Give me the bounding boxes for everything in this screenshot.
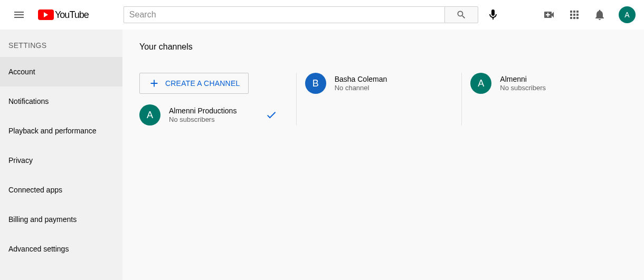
channel-row[interactable]: B Basha Coleman No channel xyxy=(305,73,453,94)
voice-search-button[interactable] xyxy=(482,4,504,25)
sidebar-item-label: Notifications xyxy=(8,97,49,105)
sidebar-item-account[interactable]: Account xyxy=(0,57,122,86)
sidebar-item-notifications[interactable]: Notifications xyxy=(0,86,122,116)
apps-grid-icon xyxy=(568,8,581,21)
header-left: YouTube xyxy=(8,4,89,25)
search-box xyxy=(124,6,478,23)
channel-name: Basha Coleman xyxy=(335,75,387,83)
channel-info: Basha Coleman No channel xyxy=(335,75,387,92)
sidebar-item-label: Connected apps xyxy=(8,186,62,194)
page-title: Your channels xyxy=(139,42,627,52)
search-button[interactable] xyxy=(444,6,478,23)
channel-subtext: No channel xyxy=(335,84,387,92)
channels-col-3: A Almenni No subscribers xyxy=(461,73,627,125)
sidebar: SETTINGS Account Notifications Playback … xyxy=(0,30,122,280)
youtube-logo-text: YouTube xyxy=(55,9,89,21)
channel-avatar: A xyxy=(470,73,491,94)
sidebar-item-connected-apps[interactable]: Connected apps xyxy=(0,175,122,205)
notifications-button[interactable] xyxy=(589,4,610,25)
channel-info: Almenni Productions No subscribers xyxy=(169,107,236,123)
channels-col-1: CREATE A CHANNEL A Almenni Productions N… xyxy=(139,73,296,125)
sidebar-item-playback[interactable]: Playback and performance xyxy=(0,116,122,146)
channel-row[interactable]: A Almenni No subscribers xyxy=(470,73,619,94)
sidebar-item-label: Privacy xyxy=(8,156,33,165)
menu-button[interactable] xyxy=(8,4,30,25)
channel-subtext: No subscribers xyxy=(169,115,236,123)
sidebar-item-label: Account xyxy=(8,67,35,76)
create-video-button[interactable] xyxy=(538,4,560,25)
youtube-logo[interactable]: YouTube xyxy=(38,9,89,21)
channel-row[interactable]: A Almenni Productions No subscribers xyxy=(139,104,288,125)
sidebar-item-billing[interactable]: Billing and payments xyxy=(0,205,122,234)
header-right: A xyxy=(538,4,636,25)
youtube-logo-icon xyxy=(38,9,54,20)
sidebar-heading: SETTINGS xyxy=(0,36,122,57)
video-plus-icon xyxy=(543,8,555,21)
channels-grid: CREATE A CHANNEL A Almenni Productions N… xyxy=(139,73,627,125)
channel-name: Almenni Productions xyxy=(169,107,236,115)
main: Your channels CREATE A CHANNEL A Almenni… xyxy=(122,30,644,280)
microphone-icon xyxy=(487,8,499,21)
sidebar-item-label: Advanced settings xyxy=(8,245,69,253)
channels-col-2: B Basha Coleman No channel xyxy=(296,73,462,125)
channel-name: Almenni xyxy=(500,75,546,83)
apps-button[interactable] xyxy=(564,4,585,25)
create-channel-label: CREATE A CHANNEL xyxy=(165,79,240,88)
header: YouTube A xyxy=(0,0,644,30)
checkmark-icon xyxy=(266,109,277,121)
sidebar-item-label: Playback and performance xyxy=(8,127,97,135)
sidebar-item-label: Billing and payments xyxy=(8,215,77,224)
content: SETTINGS Account Notifications Playback … xyxy=(0,30,644,280)
account-avatar[interactable]: A xyxy=(619,6,636,23)
channel-avatar: A xyxy=(139,104,160,125)
channel-avatar: B xyxy=(305,73,326,94)
header-center xyxy=(124,4,504,25)
sidebar-item-privacy[interactable]: Privacy xyxy=(0,146,122,175)
channel-info: Almenni No subscribers xyxy=(500,75,546,92)
search-input[interactable] xyxy=(124,6,444,23)
search-icon xyxy=(456,9,467,20)
plus-icon xyxy=(148,78,160,89)
create-channel-button[interactable]: CREATE A CHANNEL xyxy=(139,73,249,94)
bell-icon xyxy=(593,8,606,21)
sidebar-item-advanced[interactable]: Advanced settings xyxy=(0,234,122,264)
channel-subtext: No subscribers xyxy=(500,84,546,92)
menu-icon xyxy=(13,8,25,21)
